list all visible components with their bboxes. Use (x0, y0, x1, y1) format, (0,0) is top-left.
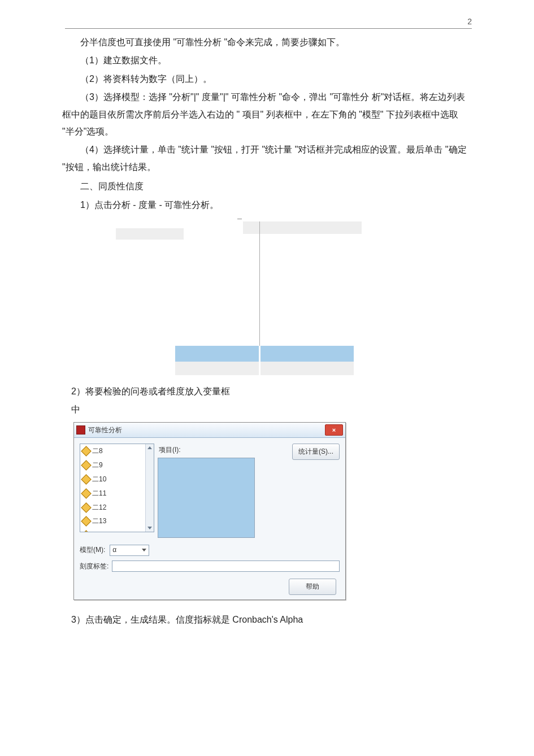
step-text: 3）点击确定，生成结果。信度指标就是 Cronbach's Alpha (71, 611, 472, 628)
close-button[interactable]: × (325, 424, 343, 436)
scale-icon (81, 502, 91, 512)
body-text: 分半信度也可直接使用 "可靠性分析 "命令来完成，简要步骤如下。 （1）建立数据… (62, 34, 472, 628)
step-text: 中 (71, 401, 472, 418)
section-heading: 二、同质性信度 (62, 178, 472, 195)
dialog-title-left: 可靠性分析 (76, 424, 122, 437)
scale-icon (81, 530, 91, 532)
scrollbar[interactable] (145, 444, 154, 532)
dialog-titlebar: 可靠性分析 × (74, 423, 345, 438)
page-number: 2 (65, 17, 472, 29)
variable-label: 二9 (92, 459, 103, 472)
list-item: （4）选择统计量，单击 "统计量 "按钮，打开 "统计量 "对话框并完成相应的设… (62, 141, 472, 176)
scale-icon (81, 516, 91, 527)
scale-icon (81, 474, 91, 484)
scale-icon (81, 460, 91, 470)
variable-label: 二8 (92, 445, 103, 458)
list-item: （1）建立数据文件。 (62, 52, 472, 69)
figure-stub (116, 228, 184, 240)
scale-label-row: 刻度标签: (80, 560, 340, 573)
scale-label-text: 刻度标签: (80, 560, 108, 573)
step-text: 1）点击分析 - 度量 - 可靠性分析。 (62, 197, 472, 214)
side-buttons: 统计量(S)... (294, 444, 340, 460)
list-item[interactable]: 二10 (80, 472, 154, 486)
list-item[interactable]: 二13 (80, 514, 154, 528)
variable-label: 二11 (92, 487, 106, 500)
model-label: 模型(M): (80, 544, 105, 557)
app-icon (76, 425, 85, 435)
paragraph: 分半信度也可直接使用 "可靠性分析 "命令来完成，简要步骤如下。 (62, 34, 472, 51)
items-column: 项目(I): (158, 444, 291, 538)
list-item: （3）选择模型：选择 "分析"|" 度量"|" 可靠性分析 "命令，弹出 "可靠… (62, 89, 472, 140)
list-item[interactable]: 二14 (80, 528, 154, 532)
scale-icon (81, 488, 91, 498)
scale-icon (81, 446, 91, 457)
variable-label: 二13 (92, 515, 106, 528)
dialog-top-row: 二8 二9 二10 二11 二12 二13 二14 二15 二16 (80, 444, 340, 538)
variable-list[interactable]: 二8 二9 二10 二11 二12 二13 二14 二15 二16 (80, 444, 154, 532)
list-item[interactable]: 二9 (80, 458, 154, 472)
figure-placeholder (119, 217, 373, 375)
figure-stub (243, 221, 362, 234)
list-item[interactable]: 二12 (80, 501, 154, 515)
items-box[interactable] (158, 458, 255, 538)
dialog-title-text: 可靠性分析 (88, 424, 122, 437)
list-item[interactable]: 二8 (80, 444, 154, 458)
scale-label-input[interactable] (112, 561, 340, 572)
items-label: 项目(I): (159, 444, 291, 457)
list-item: （2）将资料转为数字（同上）。 (62, 71, 472, 88)
document-page: 2 分半信度也可直接使用 "可靠性分析 "命令来完成，简要步骤如下。 （1）建立… (0, 0, 534, 756)
scroll-up-icon[interactable] (147, 446, 152, 449)
scroll-down-icon[interactable] (147, 527, 152, 529)
dialog-footer: 帮助 (80, 579, 340, 595)
chevron-down-icon (142, 549, 146, 551)
model-select[interactable]: α (110, 545, 149, 556)
dialog-body: 二8 二9 二10 二11 二12 二13 二14 二15 二16 (74, 438, 345, 599)
variable-label: 二12 (92, 501, 106, 514)
variable-label: 二14 (92, 529, 106, 532)
statistics-button[interactable]: 统计量(S)... (292, 444, 340, 460)
model-row: 模型(M): α (80, 544, 340, 557)
list-item[interactable]: 二11 (80, 486, 154, 501)
step-text: 2）将要检验的问卷或者维度放入变量框 (71, 383, 472, 400)
figure-gap (259, 346, 261, 375)
figure-row-selected (175, 346, 354, 362)
model-value: α (112, 544, 116, 557)
figure-row (175, 362, 354, 375)
figure-line (237, 219, 242, 219)
variable-label: 二10 (92, 473, 106, 486)
help-button[interactable]: 帮助 (289, 579, 336, 595)
reliability-dialog: 可靠性分析 × 二8 二9 二10 二11 二12 二13 二14 二15 二1… (73, 422, 346, 600)
